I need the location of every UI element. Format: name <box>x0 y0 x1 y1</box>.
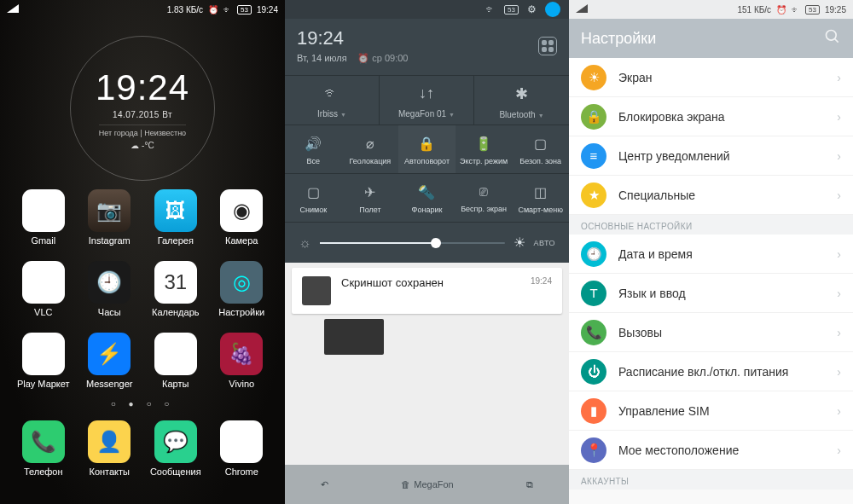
app-Gmail[interactable]: M Gmail <box>14 189 73 246</box>
app-label: Контакты <box>89 466 130 477</box>
app-icon: △ <box>22 261 65 304</box>
row-icon: 🕘 <box>581 241 606 267</box>
app-Карты[interactable]: 9 Карты <box>146 333 206 389</box>
toggle-battery[interactable]: 🔋 Экстр. режим <box>456 125 513 173</box>
toggle-label: Беспр. экран <box>461 205 507 213</box>
settings-row[interactable]: ≡ Центр уведомлений › <box>569 136 853 176</box>
bluetooth-icon: ✱ <box>474 84 569 103</box>
row-label: Вызовы <box>618 326 662 339</box>
app-Сообщения[interactable]: 💬 Сообщения <box>146 420 206 477</box>
app-Камера[interactable]: ◉ Камера <box>212 189 272 246</box>
settings-row[interactable]: 🔒 Блокировка экрана › <box>569 97 853 136</box>
settings-row[interactable]: ★ Специальные › <box>569 176 853 215</box>
app-Галерея[interactable]: 🖼 Галерея <box>146 189 206 246</box>
battery-icon: 🔋 <box>456 136 513 152</box>
settings-row[interactable]: T Язык и ввод › <box>569 274 853 313</box>
app-label: Vivino <box>229 379 254 389</box>
toggle-secure[interactable]: ▢ Безоп. зона <box>512 125 569 173</box>
search-icon[interactable] <box>824 28 841 49</box>
toggle-rotate[interactable]: 🔒 Автоповорот <box>398 125 456 173</box>
toggle-label: Все <box>307 157 321 165</box>
conn-bluetooth[interactable]: ✱ Bluetooth▼ <box>474 76 569 125</box>
secure-icon: ▢ <box>512 136 569 152</box>
toggle-label: Геолокация <box>350 157 392 165</box>
app-label: Сообщения <box>150 466 201 477</box>
app-Play Маркет[interactable]: ▶ Play Маркет <box>14 333 73 389</box>
shade-alarm: ⏰ ср 09:00 <box>357 53 408 63</box>
app-icon: 31 <box>154 261 197 304</box>
status-bar: ᯤ 53 ⚙ <box>285 0 569 19</box>
settings-row[interactable]: 🕘 Дата и время › <box>569 235 853 274</box>
app-VLC[interactable]: △ VLC <box>14 261 73 317</box>
settings-row[interactable]: 📍 Мое местоположение › <box>569 431 853 470</box>
app-Календарь[interactable]: 31 Календарь <box>146 261 206 317</box>
toggle-screenshot[interactable]: ▢ Снимок <box>285 174 342 222</box>
toggle-smart[interactable]: ◫ Смарт-меню <box>512 174 569 222</box>
app-icon: 📞 <box>22 420 65 463</box>
app-Vivino[interactable]: 🍇 Vivino <box>212 333 272 389</box>
row-label: Язык и ввод <box>618 287 686 300</box>
toggle-location[interactable]: ⌀ Геолокация <box>342 125 399 173</box>
app-Настройки[interactable]: ◎ Настройки <box>212 261 272 317</box>
alarm-icon: ⏰ <box>208 5 218 14</box>
app-icon: 9 <box>154 333 197 375</box>
nav-bar: ↶ 🗑 MegaFon ⧉ <box>285 465 569 504</box>
status-bar: 1.83 КБ/с ⏰ ᯤ 53 19:24 <box>0 0 285 19</box>
app-icon: 💬 <box>154 420 197 463</box>
toggle-cast[interactable]: ⎚ Беспр. экран <box>456 174 513 222</box>
conn-wifi[interactable]: ᯤ Irbiss▼ <box>285 76 380 125</box>
status-bar: 151 КБ/с ⏰ ᯤ 53 19:25 <box>569 0 853 19</box>
chevron-right-icon: › <box>837 287 841 300</box>
toggle-sound[interactable]: 🔊 Все <box>285 125 342 173</box>
app-label: Gmail <box>31 235 55 246</box>
app-Messenger[interactable]: ⚡ Messenger <box>80 333 140 389</box>
settings-row[interactable]: 📞 Вызовы › <box>569 313 853 352</box>
section-header-accounts: АККАУНТЫ <box>569 470 853 490</box>
conn-label: Bluetooth▼ <box>474 110 569 119</box>
settings-gear-icon[interactable]: ⚙ <box>527 3 537 15</box>
app-icon: ◉ <box>220 189 263 232</box>
nav-recents-icon[interactable]: ⧉ <box>526 479 533 490</box>
app-icon: ◯ <box>220 420 263 463</box>
app-Chrome[interactable]: ◯ Chrome <box>212 420 272 477</box>
row-icon: ☀ <box>581 65 606 90</box>
conn-label: MegaFon 01▼ <box>380 109 473 119</box>
settings-row[interactable]: ▮ Управление SIM › <box>569 391 853 431</box>
clock-widget[interactable]: 19:24 14.07.2015 Вт Нет города | Неизвес… <box>70 36 215 181</box>
chevron-right-icon: › <box>837 443 841 457</box>
toggle-airplane[interactable]: ✈ Полет <box>342 174 399 222</box>
row-label: Специальные <box>618 188 695 202</box>
app-Часы[interactable]: 🕘 Часы <box>80 261 140 317</box>
brightness-auto-toggle[interactable]: АВТО <box>534 239 556 247</box>
settings-row[interactable]: ⏻ Расписание вкл./откл. питания › <box>569 352 853 391</box>
status-time: 19:24 <box>257 5 278 14</box>
app-Телефон[interactable]: 📞 Телефон <box>14 420 73 477</box>
profile-avatar[interactable] <box>545 2 560 17</box>
toggle-label: Снимок <box>299 206 327 214</box>
toggle-label: Экстр. режим <box>460 157 508 165</box>
nav-back-icon[interactable]: ↶ <box>321 479 328 490</box>
app-icon: 🕘 <box>88 261 131 304</box>
app-label: Chrome <box>225 466 258 477</box>
wifi-icon: ᯤ <box>223 5 232 14</box>
dock: 📞 Телефон 👤 Контакты 💬 Сообщения ◯ Chrom… <box>0 414 285 489</box>
toggle-label: Фонарик <box>412 206 443 214</box>
app-Контакты[interactable]: 👤 Контакты <box>80 420 140 477</box>
row-icon: 📍 <box>581 437 606 463</box>
app-icon: M <box>22 189 65 232</box>
brightness-slider[interactable]: ☼ ☀ АВТО <box>285 222 569 263</box>
settings-row[interactable]: ☀ Экран › <box>569 58 853 97</box>
status-time: 19:25 <box>825 5 846 14</box>
notification-card[interactable]: Скриншот сохранен 19:24 <box>292 268 562 314</box>
row-label: Управление SIM <box>618 404 710 418</box>
app-label: Часы <box>98 307 121 317</box>
grid-toggle-button[interactable] <box>538 37 557 55</box>
row-icon: ⏻ <box>581 359 606 385</box>
conn-data[interactable]: ↓↑ MegaFon 01▼ <box>380 76 474 125</box>
toggle-torch[interactable]: 🔦 Фонарик <box>398 174 456 222</box>
app-icon: 🖼 <box>154 189 197 232</box>
toggle-label: Безоп. зона <box>519 157 561 165</box>
app-Instagram[interactable]: 📷 Instagram <box>80 189 140 246</box>
app-icon: ⚡ <box>88 333 131 375</box>
chevron-right-icon: › <box>837 110 841 124</box>
